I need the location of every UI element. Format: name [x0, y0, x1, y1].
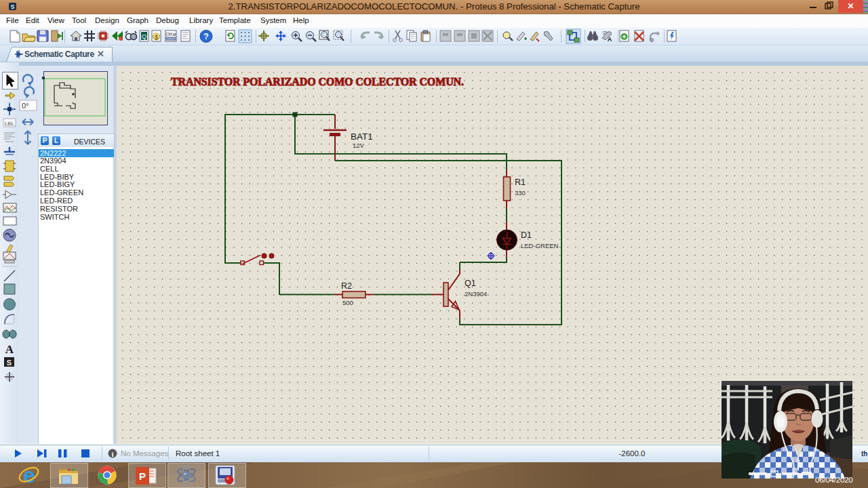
svg-text:Root sheet 1: Root sheet 1 [176, 449, 220, 458]
svg-text:12V: 12V [353, 142, 365, 149]
svg-text:Q: Q [142, 33, 146, 40]
svg-text:D1: D1 [521, 230, 532, 240]
svg-text:TRANSISTOR POLARIZADO COMO COL: TRANSISTOR POLARIZADO COMO COLECTOR COMU… [171, 76, 464, 87]
svg-text:Q1: Q1 [465, 279, 476, 288]
svg-text:e: e [23, 463, 35, 487]
svg-text:330: 330 [515, 189, 526, 197]
svg-text:LED-GREEN: LED-GREEN [521, 242, 559, 249]
svg-text:R1: R1 [515, 178, 526, 187]
svg-text:A: A [608, 36, 612, 43]
svg-text:P: P [139, 470, 146, 482]
svg-text:0°: 0° [22, 102, 29, 110]
svg-text:OKм: OKм [166, 32, 176, 37]
svg-text:No Messages: No Messages [121, 449, 169, 458]
svg-text:2N3904: 2N3904 [465, 290, 487, 298]
svg-text:A: A [5, 343, 14, 356]
svg-text:i: i [111, 450, 113, 458]
svg-text:$: $ [155, 34, 158, 41]
svg-text:?: ? [203, 31, 209, 41]
svg-text:500: 500 [342, 299, 353, 306]
svg-text:-2600.0: -2600.0 [618, 449, 645, 458]
svg-text:S: S [7, 359, 12, 367]
svg-text:LBL: LBL [5, 121, 15, 127]
svg-text:R2: R2 [341, 281, 352, 291]
svg-text:th: th [861, 450, 867, 458]
svg-text:S: S [10, 3, 14, 10]
svg-text:BAT1: BAT1 [351, 131, 373, 142]
